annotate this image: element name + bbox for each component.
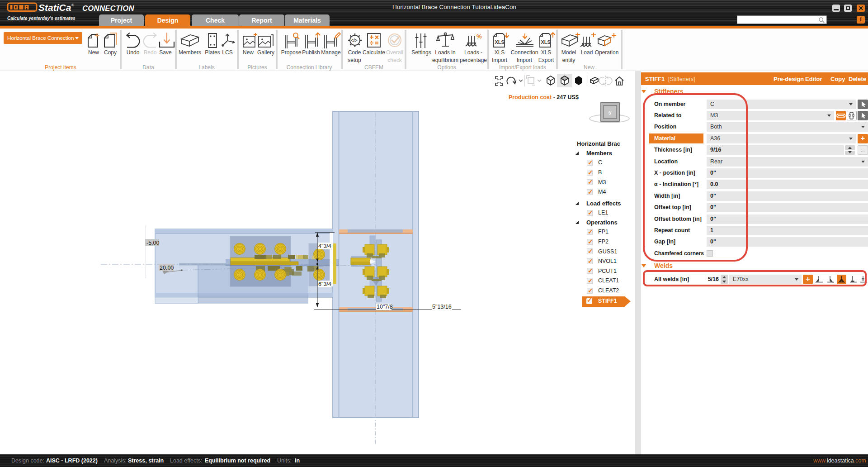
svg-text:6"3/4: 6"3/4 [318, 281, 331, 287]
svg-text:4"3/4: 4"3/4 [318, 243, 331, 249]
svg-text:10"7/8: 10"7/8 [377, 304, 393, 310]
svg-text:20.00: 20.00 [160, 265, 174, 271]
svg-text:XLS: XLS [495, 39, 505, 45]
svg-text:5"13/16: 5"13/16 [432, 304, 452, 310]
svg-text:-y: -y [608, 110, 612, 115]
svg-text:%: % [476, 33, 482, 40]
svg-text:®: ® [71, 3, 74, 7]
svg-text:</>: </> [351, 38, 358, 43]
svg-text:-5.00: -5.00 [146, 240, 160, 246]
svg-text:CONNECTION: CONNECTION [82, 4, 134, 13]
svg-text:Calculate yesterday's estimate: Calculate yesterday's estimates [7, 16, 75, 21]
svg-text:StatiCa: StatiCa [38, 2, 71, 13]
svg-text:XLS: XLS [541, 39, 551, 45]
